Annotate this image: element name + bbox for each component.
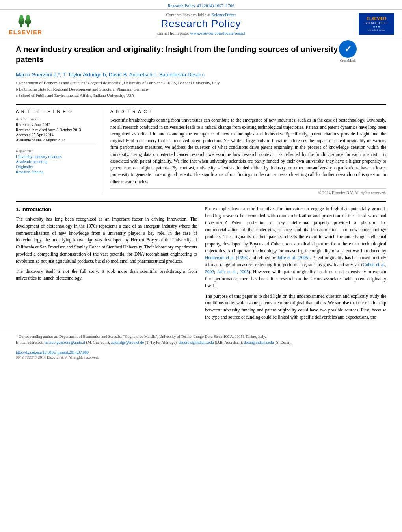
body-col-left: 1. Introduction The university has long …: [16, 206, 197, 324]
abstract-col: A B S T R A C T Scientific breakthroughs…: [110, 109, 386, 195]
svg-point-7: [26, 15, 30, 19]
accepted-date: Accepted 25 April 2014: [16, 133, 96, 137]
email-footnote: E-mail addresses: m.arco.guerzoni@unito.…: [16, 339, 386, 345]
journal-header-center: Contents lists available at ScienceDirec…: [43, 12, 359, 35]
elsevier-label: ELSEVIER: [9, 29, 42, 35]
elsevier-logo: ELSEVIER: [8, 13, 43, 35]
sciencedirect-link[interactable]: ScienceDirect: [212, 12, 236, 17]
affiliation-c: c School of Public and Environmental Aff…: [16, 93, 386, 99]
footnote-area: * Corresponding author at: Department of…: [0, 330, 402, 348]
bottom-bar: 0048-7333/© 2014 Elsevier B.V. All right…: [0, 354, 402, 360]
journal-title: Research Policy: [43, 18, 359, 30]
section1-title: 1. Introduction: [16, 206, 197, 213]
title-row: A new industry creation and originality:…: [16, 44, 386, 69]
copyright-line: © 2014 Elsevier B.V. All rights reserved…: [110, 188, 386, 195]
keyword-0: University–industry relations: [16, 154, 96, 159]
journal-homepage: journal homepage: www.elsevier.com/locat…: [43, 31, 359, 35]
affiliation-b: b Leibniz Institute for Regional Develop…: [16, 86, 386, 93]
body-columns: 1. Introduction The university has long …: [16, 206, 386, 324]
article-info-col: A R T I C L E I N F O Article history: R…: [16, 109, 102, 195]
contents-available: Contents lists available at ScienceDirec…: [43, 12, 359, 17]
keywords-section: Keywords: University–industry relations …: [16, 149, 96, 174]
keywords-label: Keywords:: [16, 149, 96, 153]
received-date: Received 4 June 2012: [16, 122, 96, 127]
jaffe-ref[interactable]: Jaffe et al. (2005): [277, 255, 310, 260]
body-para-1: The university has long been recognized …: [16, 216, 197, 265]
crossmark-label: CrossMark: [339, 59, 357, 63]
body-col-right: For example, how can the incentives for …: [205, 206, 386, 324]
article-title: A new industry creation and originality:…: [16, 44, 339, 65]
email-aldridge[interactable]: aaldridge@irs-net.de: [111, 340, 144, 345]
article-meta-row: A R T I C L E I N F O Article history: R…: [16, 104, 386, 195]
article-info-heading: A R T I C L E I N F O: [16, 109, 96, 114]
email-guerzoni[interactable]: m.arco.guerzoni@unito.it: [45, 340, 85, 345]
homepage-url[interactable]: www.elsevier.com/locate/respol: [190, 31, 245, 35]
keyword-1: Academic patenting: [16, 159, 96, 164]
journal-reference: Research Policy 43 (2014) 1697–1706: [0, 0, 402, 10]
journal-header: ELSEVIER Contents lists available at Sci…: [0, 10, 402, 38]
email-desai[interactable]: desai@indiana.edu: [244, 340, 274, 345]
affiliations: a Department of Economics and Statistics…: [16, 80, 386, 98]
keyword-2: Originality: [16, 165, 96, 169]
authors: Marco Guerzoni a,*, T. Taylor Aldridge b…: [16, 72, 386, 78]
body-para-4: The purpose of this paper is to shed lig…: [205, 293, 386, 321]
abstract-heading: A B S T R A C T: [110, 109, 386, 114]
available-date: Available online 2 August 2014: [16, 138, 96, 142]
elsevier-tree-icon: [18, 13, 34, 28]
sciencedirect-badge: ELSEVIER SCIENCE DIRECT ■ ■ ■ journals &…: [359, 13, 394, 35]
crossmark: ✓ CrossMark: [339, 40, 357, 63]
history-label: Article history:: [16, 117, 96, 121]
svg-point-3: [20, 15, 23, 19]
journal-ref-text: Research Policy 43 (2014) 1697–1706: [168, 3, 234, 8]
crossmark-icon: ✓: [339, 40, 357, 58]
email-label: E-mail addresses:: [16, 340, 44, 345]
revised-date: Received in revised form 3 October 2013: [16, 128, 96, 132]
body-para-2: The discovery itself is not the full sto…: [16, 268, 197, 282]
email-audretsch[interactable]: daudrets@indiana.edu: [179, 340, 214, 345]
doi-link[interactable]: http://dx.doi.org/10.1016/j.respol.2014.…: [16, 350, 89, 354]
doi-area: http://dx.doi.org/10.1016/j.respol.2014.…: [0, 348, 402, 354]
star-footnote: * Corresponding author at: Department of…: [16, 334, 386, 339]
jaffe-ref2[interactable]: Jaffe et al., 2005: [217, 269, 249, 274]
affiliation-a: a Department of Economics and Statistics…: [16, 80, 386, 86]
body-para-3: For example, how can the incentives for …: [205, 206, 386, 290]
keyword-3: Research funding: [16, 170, 96, 174]
body-divider: [16, 201, 386, 202]
content-area: A new industry creation and originality:…: [0, 38, 402, 330]
henderson-ref[interactable]: Henderson et al. (1998): [205, 255, 248, 260]
abstract-text: Scientific breakthroughs coming from uni…: [110, 117, 386, 185]
